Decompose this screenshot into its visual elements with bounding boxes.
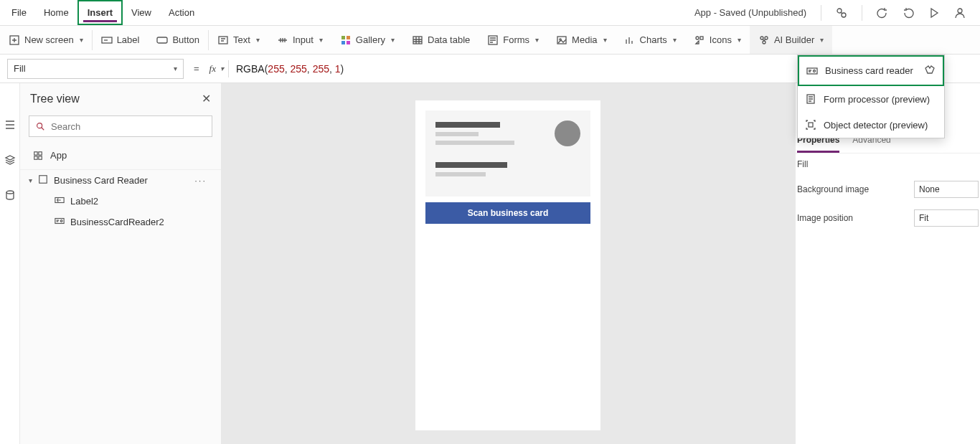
chevron-down-icon: ▾ xyxy=(673,36,677,44)
chevron-down-icon: ▾ xyxy=(256,36,260,44)
search-icon xyxy=(35,121,45,131)
tree-node-label2[interactable]: Label2 xyxy=(20,191,221,212)
health-icon[interactable] xyxy=(830,1,853,24)
chevron-down-icon[interactable]: ▾ xyxy=(29,176,32,184)
card-reader-icon xyxy=(806,65,818,77)
close-icon[interactable]: ✕ xyxy=(202,92,211,105)
chevron-down-icon: ▾ xyxy=(391,36,395,44)
menu-insert[interactable]: Insert xyxy=(77,0,123,25)
svg-point-15 xyxy=(696,37,699,39)
placeholder-line xyxy=(435,132,479,136)
menu-view[interactable]: View xyxy=(123,0,160,25)
svg-point-29 xyxy=(60,220,62,222)
ribbon: New screen ▾ Label Button Text ▾ Input ▾… xyxy=(0,26,980,55)
tree-app-row[interactable]: App xyxy=(20,144,221,166)
scan-business-card-button[interactable]: Scan business card xyxy=(425,202,590,224)
prop-bgimage-label: Background image xyxy=(797,184,869,194)
prop-imgpos-label: Image position xyxy=(797,213,853,223)
layers-rail-icon[interactable] xyxy=(4,154,16,168)
svg-rect-25 xyxy=(39,156,42,159)
chevron-down-icon: ▾ xyxy=(535,36,539,44)
formula-input[interactable]: RGBA(255, 255, 255, 1) xyxy=(229,63,344,75)
svg-rect-10 xyxy=(347,41,350,44)
prop-imgpos-value[interactable]: Fit xyxy=(914,209,979,227)
prop-fill-row: Fill xyxy=(796,153,980,175)
new-screen-icon xyxy=(9,34,20,46)
chevron-down-icon: ▾ xyxy=(80,36,83,44)
data-rail-icon[interactable] xyxy=(4,189,16,203)
svg-point-19 xyxy=(763,41,765,44)
property-selector[interactable]: Fill ▾ xyxy=(7,59,184,79)
ribbon-icons[interactable]: Icons ▾ xyxy=(685,26,750,54)
ribbon-label[interactable]: Label xyxy=(93,26,149,54)
card-reader-icon xyxy=(55,216,65,228)
fx-label[interactable]: fx ▾ xyxy=(209,63,228,75)
premium-icon xyxy=(924,64,936,77)
ribbon-gallery[interactable]: Gallery ▾ xyxy=(331,26,403,54)
button-icon xyxy=(156,34,168,46)
menu-file[interactable]: File xyxy=(3,0,35,25)
tree-panel: Tree view ✕ App ▾ Business Card Reader ·… xyxy=(20,83,221,444)
more-icon[interactable]: ··· xyxy=(194,175,207,186)
ai-item-object-detector[interactable]: Object detector (preview) xyxy=(798,112,944,138)
ribbon-gallery-label: Gallery xyxy=(356,34,385,45)
menu-home[interactable]: Home xyxy=(35,0,77,25)
label-icon xyxy=(55,195,65,207)
canvas[interactable]: Scan business card xyxy=(221,83,795,444)
prop-fill-label: Fill xyxy=(797,159,808,169)
ribbon-ai-builder[interactable]: AI Builder ▾ xyxy=(750,26,832,54)
user-icon[interactable] xyxy=(948,1,971,24)
placeholder-line xyxy=(435,172,486,176)
ribbon-data-table[interactable]: Data table xyxy=(403,26,479,54)
tree-node-root-label: Business Card Reader xyxy=(54,175,148,186)
ai-item-label: Business card reader xyxy=(825,65,913,76)
save-status: App - Saved (Unpublished) xyxy=(694,7,806,18)
svg-rect-23 xyxy=(39,151,42,154)
tree-header: Tree view ✕ xyxy=(20,83,221,111)
label-icon xyxy=(101,34,113,46)
formula-fn: RGBA xyxy=(236,63,265,75)
ai-item-form-processor[interactable]: Form processor (preview) xyxy=(798,86,944,112)
ribbon-media[interactable]: Media ▾ xyxy=(547,26,615,54)
svg-rect-33 xyxy=(809,123,813,127)
redo-icon[interactable] xyxy=(897,1,920,24)
screen-icon xyxy=(38,174,48,186)
ribbon-new-screen[interactable]: New screen ▾ xyxy=(0,26,92,54)
prop-bgimage-value[interactable]: None xyxy=(914,181,979,198)
app-preview: Scan business card xyxy=(415,100,600,430)
ribbon-forms[interactable]: Forms ▾ xyxy=(479,26,547,54)
top-menu-bar: File Home Insert View Action App - Saved… xyxy=(0,0,980,26)
search-input[interactable] xyxy=(51,121,206,132)
ribbon-label-text: Label xyxy=(117,34,140,45)
table-icon xyxy=(412,34,423,46)
ribbon-data-table-label: Data table xyxy=(428,34,470,45)
ribbon-input[interactable]: Input ▾ xyxy=(268,26,331,54)
tree-view-rail-icon[interactable] xyxy=(4,119,16,133)
ribbon-button[interactable]: Button xyxy=(148,26,208,54)
tree-app-label: App xyxy=(50,150,67,161)
svg-rect-16 xyxy=(700,37,703,39)
avatar-placeholder xyxy=(555,121,580,146)
chevron-down-icon: ▾ xyxy=(738,36,741,44)
placeholder-line xyxy=(435,122,500,128)
tree-search[interactable] xyxy=(29,115,212,137)
ai-item-business-card-reader[interactable]: Business card reader xyxy=(798,55,944,86)
tree-node-bcreader-text: BusinessCardReader2 xyxy=(70,217,164,227)
gallery-icon xyxy=(340,34,352,46)
tree-node-bcreader[interactable]: BusinessCardReader2 xyxy=(20,212,221,232)
prop-imgpos-row: Image position Fit xyxy=(796,204,980,232)
menu-action[interactable]: Action xyxy=(160,0,203,25)
tree-node-root[interactable]: ▾ Business Card Reader ··· xyxy=(20,170,221,191)
placeholder-line xyxy=(435,162,507,168)
play-icon[interactable] xyxy=(923,1,946,24)
ribbon-charts[interactable]: Charts ▾ xyxy=(616,26,685,54)
equals-sign: = xyxy=(184,63,209,74)
chevron-down-icon: ▾ xyxy=(220,65,224,72)
svg-rect-26 xyxy=(39,176,47,184)
app-icon xyxy=(33,151,43,161)
undo-icon[interactable] xyxy=(871,1,894,24)
tree-node-label2-text: Label2 xyxy=(70,196,98,207)
ribbon-text[interactable]: Text ▾ xyxy=(209,26,268,54)
chevron-down-icon: ▾ xyxy=(603,36,607,44)
menu-right: App - Saved (Unpublished) xyxy=(694,1,977,24)
